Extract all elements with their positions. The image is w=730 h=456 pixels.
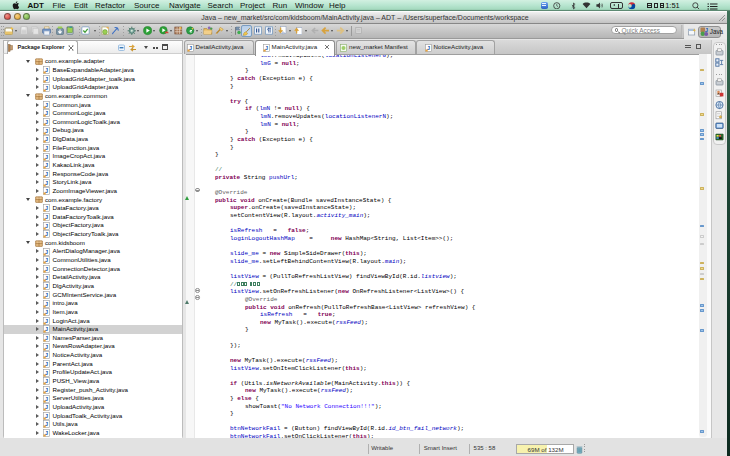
svg-text:J: J xyxy=(705,27,708,33)
